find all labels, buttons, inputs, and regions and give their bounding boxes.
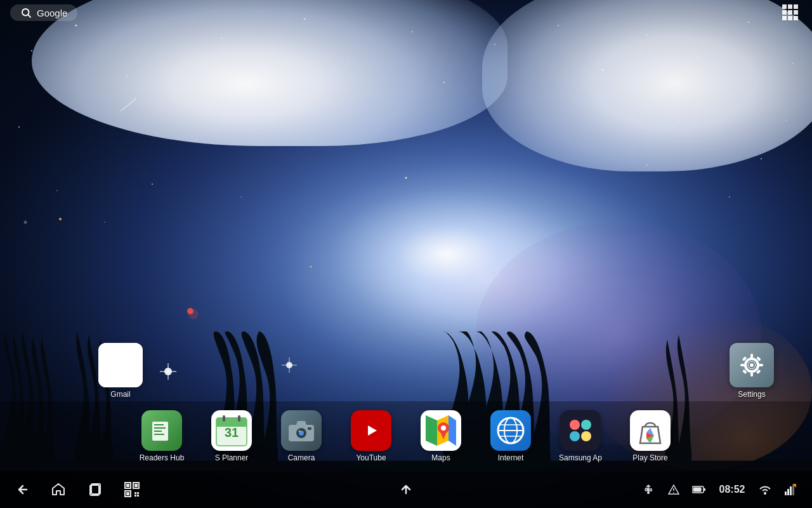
back-icon xyxy=(14,482,29,497)
play-store-app[interactable]: Play Store xyxy=(625,410,676,462)
svg-point-71 xyxy=(750,363,754,367)
home-icon xyxy=(51,482,66,497)
internet-app[interactable]: Internet xyxy=(485,410,536,462)
svg-marker-57 xyxy=(104,353,137,367)
top-bar: Google xyxy=(0,0,812,25)
svg-rect-120 xyxy=(134,492,136,494)
navigation-bar: 08:52 xyxy=(0,471,812,508)
usb-indicator xyxy=(639,481,657,498)
samsung-apps-label: Samsung Ap xyxy=(559,453,602,462)
s-planner-label: S Planner xyxy=(215,453,249,462)
svg-marker-53 xyxy=(104,353,137,366)
svg-rect-55 xyxy=(134,353,137,377)
svg-point-87 xyxy=(299,431,301,432)
svg-rect-44 xyxy=(788,4,792,9)
svg-rect-43 xyxy=(782,4,787,9)
wallpaper: Google xyxy=(0,0,812,508)
youtube-app[interactable]: YouTube xyxy=(346,410,396,462)
svg-rect-45 xyxy=(794,4,798,9)
maps-logo xyxy=(424,414,457,447)
s-planner-app[interactable]: 31 S Planner xyxy=(206,410,257,462)
recents-button[interactable] xyxy=(86,481,104,498)
gmail-logo xyxy=(104,353,137,377)
maps-app[interactable]: Maps xyxy=(416,410,466,462)
battery-icon xyxy=(692,485,706,494)
svg-rect-50 xyxy=(788,16,792,20)
search-bar[interactable]: Google xyxy=(10,4,77,21)
svg-rect-74 xyxy=(154,427,166,429)
desktop-gmail-icon[interactable]: Gmail xyxy=(98,343,143,399)
maps-label: Maps xyxy=(431,453,450,462)
samsung-apps-icon-img xyxy=(560,410,601,451)
svg-rect-52 xyxy=(104,353,137,377)
battery-indicator xyxy=(690,481,708,498)
up-button[interactable] xyxy=(397,481,415,498)
svg-rect-119 xyxy=(126,492,129,495)
youtube-icon-img xyxy=(351,410,391,451)
svg-marker-59 xyxy=(129,353,137,377)
svg-rect-82 xyxy=(238,415,240,422)
gmail-icon-img xyxy=(98,343,143,387)
play-store-label: Play Store xyxy=(632,453,667,462)
svg-point-41 xyxy=(22,9,29,16)
svg-point-103 xyxy=(570,420,580,430)
svg-text:31: 31 xyxy=(225,425,239,439)
internet-icon-img xyxy=(490,410,531,451)
readers-hub-app[interactable]: Readers Hub xyxy=(136,410,187,462)
home-button[interactable] xyxy=(49,481,67,498)
svg-rect-54 xyxy=(104,353,107,377)
play-store-logo xyxy=(635,415,665,446)
apps-grid-button[interactable] xyxy=(779,1,802,24)
maps-icon-img xyxy=(421,410,461,451)
svg-rect-47 xyxy=(788,10,792,15)
svg-rect-134 xyxy=(693,488,702,492)
signal-icon xyxy=(785,484,796,495)
svg-rect-122 xyxy=(134,495,136,497)
svg-point-105 xyxy=(570,431,580,441)
svg-marker-92 xyxy=(426,415,437,446)
camera-logo xyxy=(287,418,315,443)
svg-point-135 xyxy=(764,492,766,495)
screenshot-button[interactable] xyxy=(123,481,141,498)
s-planner-icon-img: 31 xyxy=(211,410,252,451)
svg-rect-139 xyxy=(792,485,794,495)
usb-icon xyxy=(643,484,654,495)
search-icon xyxy=(20,7,32,18)
s-planner-logo: 31 xyxy=(214,413,249,448)
svg-rect-121 xyxy=(137,492,139,494)
svg-rect-46 xyxy=(782,10,787,15)
internet-label: Internet xyxy=(498,453,524,462)
nav-right-status: 08:52 xyxy=(639,481,799,498)
svg-rect-118 xyxy=(134,484,138,487)
cloud-right xyxy=(482,0,812,171)
svg-rect-81 xyxy=(223,415,225,422)
svg-rect-51 xyxy=(794,16,798,20)
camera-app[interactable]: Camera xyxy=(276,410,327,462)
svg-rect-49 xyxy=(782,16,787,20)
svg-point-96 xyxy=(441,425,446,431)
svg-rect-48 xyxy=(794,10,798,15)
svg-rect-65 xyxy=(759,364,763,366)
warning-icon xyxy=(668,484,679,495)
settings-icon-img xyxy=(730,343,774,387)
svg-rect-137 xyxy=(787,489,789,495)
youtube-label: YouTube xyxy=(356,453,386,462)
back-button[interactable] xyxy=(13,481,30,498)
wifi-indicator xyxy=(756,481,774,498)
desktop-settings-icon[interactable]: Settings xyxy=(730,343,774,399)
svg-marker-94 xyxy=(449,415,456,446)
signal-indicator xyxy=(782,481,799,498)
svg-point-128 xyxy=(647,491,650,494)
camera-label: Camera xyxy=(288,453,315,462)
svg-point-106 xyxy=(581,431,591,441)
svg-rect-64 xyxy=(740,364,745,366)
svg-rect-125 xyxy=(649,489,652,491)
svg-rect-136 xyxy=(785,491,787,495)
play-store-icon-img xyxy=(630,410,671,451)
samsung-apps-app[interactable]: Samsung Ap xyxy=(555,410,606,462)
svg-rect-133 xyxy=(704,488,705,491)
gmail-label: Gmail xyxy=(110,390,130,399)
svg-rect-88 xyxy=(308,427,311,430)
svg-rect-62 xyxy=(750,354,753,358)
youtube-logo xyxy=(355,419,387,442)
